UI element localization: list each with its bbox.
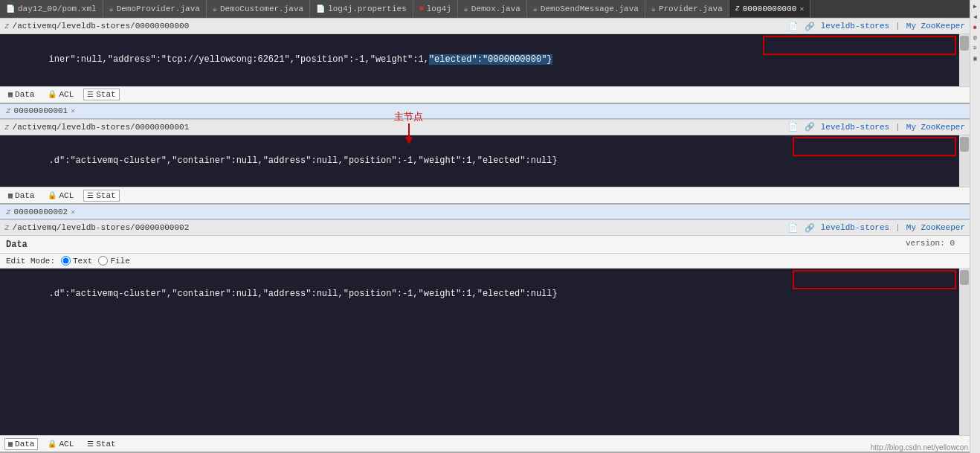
path-action-link-1[interactable]: 🔗	[805, 22, 815, 31]
tab-label-log4jprop: log4j.properties	[328, 4, 407, 13]
sidebar-btn-5[interactable]: ≡	[971, 43, 980, 52]
footer-tab-data-label-3: Data	[15, 440, 34, 449]
node-title-bar-3: z 00000000002 ✕	[0, 205, 970, 219]
sidebar-btn-4[interactable]: @	[971, 33, 980, 42]
footer-tab-acl-label-1: ACL	[59, 90, 74, 99]
scrollbar-thumb-2[interactable]	[960, 137, 969, 152]
node-title-3: 00000000002	[14, 208, 68, 216]
sidebar-btn-1[interactable]: ▶	[971, 1, 980, 10]
tab-icon-provider: ☕	[651, 4, 656, 13]
path-actions-1: 📄 🔗 leveldb-stores | My ZooKeeper	[788, 22, 965, 31]
path-text-3: /activemq/leveldb-stores/00000000002	[13, 223, 785, 232]
path-link-leveldb-1[interactable]: leveldb-stores	[821, 22, 889, 30]
tab-label-demosend: DemoSendMessage.java	[541, 4, 639, 13]
footer-tab-acl-3[interactable]: 🔒 ACL	[44, 438, 77, 450]
scrollbar-3[interactable]	[959, 269, 970, 435]
footer-tab-stat-3[interactable]: ☰ Stat	[83, 438, 119, 450]
node-title-bar-2: z 00000000001 ✕	[0, 104, 970, 119]
node-close-2[interactable]: ✕	[71, 106, 75, 115]
footer-tab-stat-1[interactable]: ☰ Stat	[83, 89, 119, 100]
tab-democustomer[interactable]: ☕ DemoCustomer.java	[207, 0, 310, 18]
path-link-leveldb-2[interactable]: leveldb-stores	[821, 123, 889, 132]
radio-text-3[interactable]	[61, 256, 71, 266]
footer-tab-data-label-2: Data	[15, 191, 34, 200]
data-icon-3: ▦	[8, 440, 13, 449]
path-action-copy-2[interactable]: 📄	[788, 122, 799, 132]
path-link-zookeeper-1[interactable]: My ZooKeeper	[906, 22, 965, 30]
tab-icon-democustomer: ☕	[213, 4, 217, 13]
footer-tabs-2: ▦ Data 🔒 ACL ☰ Stat	[0, 187, 970, 203]
code-text-3: .d":"activemq-cluster","container":null,…	[49, 289, 477, 299]
tab-log4j[interactable]: ■ log4j	[413, 0, 458, 18]
footer-tab-acl-label-3: ACL	[59, 440, 74, 449]
tab-demosend[interactable]: ☕ DemoSendMessage.java	[527, 0, 645, 18]
path-link-zookeeper-3[interactable]: My ZooKeeper	[906, 223, 965, 232]
radio-text-label-3[interactable]: Text	[61, 256, 92, 266]
radio-file-3[interactable]	[98, 256, 108, 266]
code-text-2: .d":"activemq-cluster","container":null,…	[49, 155, 477, 166]
sidebar-btn-2[interactable]: ◀	[971, 12, 980, 21]
path-actions-2: 📄 🔗 leveldb-stores | My ZooKeeper	[788, 122, 965, 132]
node-close-3[interactable]: ✕	[71, 208, 75, 216]
watermark: http://blog.csdn.net/yellowcon	[871, 443, 968, 452]
radio-text-value-3: Text	[73, 257, 92, 266]
code-line-2: .d":"activemq-cluster","container":null,…	[6, 140, 964, 183]
tab-label-log4j: log4j	[427, 4, 451, 13]
acl-icon-3: 🔒	[48, 440, 57, 449]
scrollbar-2[interactable]	[959, 135, 970, 187]
panel-1: z /activemq/leveldb-stores/00000000000 📄…	[0, 18, 970, 104]
data-section-header-3: Data version: 0	[0, 236, 970, 254]
edit-mode-row-3: Edit Mode: Text File	[0, 254, 970, 269]
tab-icon-day12: 📄	[6, 4, 15, 13]
path-bar-1: z /activemq/leveldb-stores/00000000000 📄…	[0, 18, 970, 34]
node-title-2: 00000000001	[14, 106, 68, 115]
tab-close-znode0[interactable]: ✕	[799, 4, 804, 13]
code-line-3: .d":"activemq-cluster","container":null,…	[6, 273, 964, 316]
path-action-copy-3[interactable]: 📄	[788, 223, 799, 233]
sidebar-btn-3[interactable]: ■	[971, 22, 980, 31]
stat-icon-3: ☰	[87, 440, 94, 449]
footer-tab-stat-label-1: Stat	[96, 90, 115, 99]
path-bar-3: z /activemq/leveldb-stores/00000000002 📄…	[0, 219, 970, 236]
path-action-link-2[interactable]: 🔗	[805, 122, 815, 132]
acl-icon-2: 🔒	[48, 191, 57, 200]
tab-bar: 📄 day12_09/pom.xml ☕ DemoProvider.java ☕…	[0, 0, 980, 18]
sidebar-btn-6[interactable]: ▣	[971, 54, 980, 62]
tab-demox[interactable]: ☕ Demox.java	[458, 0, 527, 18]
data-icon-2: ▦	[8, 191, 13, 200]
code-highlight-2: "elected":null}	[477, 155, 558, 166]
scrollbar-1[interactable]	[959, 34, 970, 86]
tab-label-demox: Demox.java	[471, 4, 520, 13]
tab-log4jprop[interactable]: 📄 log4j.properties	[310, 0, 413, 18]
footer-tab-data-1[interactable]: ▦ Data	[4, 89, 38, 100]
code-text-1: iner":null,"address":"tcp://yellowcong:6…	[49, 54, 429, 65]
path-actions-3: 📄 🔗 leveldb-stores | My ZooKeeper	[788, 223, 965, 233]
path-action-copy-1[interactable]: 📄	[788, 22, 799, 31]
footer-tab-data-2[interactable]: ▦ Data	[4, 190, 38, 202]
tab-label-day12: day12_09/pom.xml	[18, 4, 97, 13]
tab-label-demoprovider: DemoProvider.java	[117, 4, 200, 13]
radio-file-label-3[interactable]: File	[98, 256, 129, 266]
tab-provider[interactable]: ☕ Provider.java	[645, 0, 729, 18]
tab-znode0[interactable]: z 00000000000 ✕	[729, 0, 811, 18]
scrollbar-thumb-3[interactable]	[960, 270, 969, 285]
tab-demoprovider[interactable]: ☕ DemoProvider.java	[103, 0, 207, 18]
footer-tab-stat-2[interactable]: ☰ Stat	[83, 190, 119, 202]
tab-label-democustomer: DemoCustomer.java	[220, 4, 303, 13]
footer-tab-acl-2[interactable]: 🔒 ACL	[44, 190, 77, 202]
footer-tabs-3: ▦ Data 🔒 ACL ☰ Stat	[0, 435, 970, 452]
tab-day12[interactable]: 📄 day12_09/pom.xml	[0, 0, 103, 18]
path-link-zookeeper-2[interactable]: My ZooKeeper	[906, 123, 965, 132]
stat-icon-2: ☰	[87, 191, 94, 200]
footer-tab-data-3[interactable]: ▦ Data	[4, 438, 38, 450]
path-z-1: z	[4, 22, 10, 30]
main-container: z /activemq/leveldb-stores/00000000000 📄…	[0, 18, 970, 453]
path-link-leveldb-3[interactable]: leveldb-stores	[821, 223, 889, 232]
footer-tab-acl-1[interactable]: 🔒 ACL	[44, 89, 77, 100]
footer-tab-data-label-1: Data	[15, 90, 34, 99]
panel-2: z 00000000001 ✕ z /activemq/leveldb-stor…	[0, 104, 970, 205]
scrollbar-thumb-1[interactable]	[960, 36, 969, 51]
footer-tabs-1: ▦ Data 🔒 ACL ☰ Stat	[0, 86, 970, 103]
tab-icon-demox: ☕	[464, 4, 468, 13]
path-action-link-3[interactable]: 🔗	[805, 223, 815, 233]
